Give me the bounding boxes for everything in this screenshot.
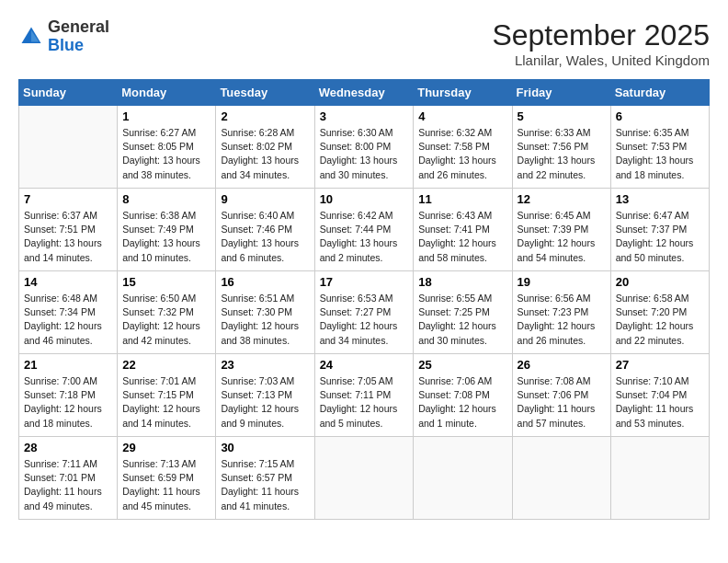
- day-cell: 10Sunrise: 6:42 AMSunset: 7:44 PMDayligh…: [314, 189, 414, 271]
- day-info: Sunrise: 6:51 AMSunset: 7:30 PMDaylight:…: [221, 292, 309, 348]
- day-cell: 29Sunrise: 7:13 AMSunset: 6:59 PMDayligh…: [118, 437, 216, 520]
- day-info: Sunrise: 7:03 AMSunset: 7:13 PMDaylight:…: [221, 374, 309, 431]
- day-info: Sunrise: 7:01 AMSunset: 7:15 PMDaylight:…: [122, 374, 210, 431]
- day-number: 8: [122, 192, 210, 206]
- month-title: September 2025: [492, 18, 710, 52]
- day-cell: 22Sunrise: 7:01 AMSunset: 7:15 PMDayligh…: [118, 354, 216, 437]
- day-info: Sunrise: 6:30 AMSunset: 8:00 PMDaylight:…: [320, 126, 409, 182]
- logo-blue: Blue: [48, 37, 109, 55]
- day-number: 27: [616, 358, 704, 372]
- day-number: 15: [122, 275, 210, 289]
- day-cell: 13Sunrise: 6:47 AMSunset: 7:37 PMDayligh…: [610, 189, 709, 271]
- day-info: Sunrise: 7:11 AMSunset: 7:01 PMDaylight:…: [24, 457, 112, 513]
- title-block: September 2025 Llanilar, Wales, United K…: [492, 18, 710, 68]
- week-row-0: 1Sunrise: 6:27 AMSunset: 8:05 PMDaylight…: [19, 106, 710, 189]
- calendar-body: 1Sunrise: 6:27 AMSunset: 8:05 PMDaylight…: [19, 106, 710, 520]
- day-info: Sunrise: 6:35 AMSunset: 7:53 PMDaylight:…: [616, 126, 704, 182]
- day-info: Sunrise: 6:50 AMSunset: 7:32 PMDaylight:…: [122, 292, 210, 348]
- day-info: Sunrise: 7:10 AMSunset: 7:04 PMDaylight:…: [616, 374, 704, 431]
- day-info: Sunrise: 6:53 AMSunset: 7:27 PMDaylight:…: [320, 292, 409, 348]
- header-cell-wednesday: Wednesday: [314, 80, 414, 106]
- day-number: 24: [320, 358, 409, 372]
- day-cell: 16Sunrise: 6:51 AMSunset: 7:30 PMDayligh…: [216, 271, 314, 354]
- day-info: Sunrise: 6:38 AMSunset: 7:49 PMDaylight:…: [122, 209, 210, 265]
- day-cell: 4Sunrise: 6:32 AMSunset: 7:58 PMDaylight…: [414, 106, 512, 189]
- day-info: Sunrise: 7:13 AMSunset: 6:59 PMDaylight:…: [122, 457, 210, 513]
- day-number: 6: [616, 109, 704, 123]
- day-cell: [414, 437, 512, 520]
- week-row-3: 21Sunrise: 7:00 AMSunset: 7:18 PMDayligh…: [19, 354, 710, 437]
- day-number: 18: [418, 275, 506, 289]
- day-number: 9: [221, 192, 309, 206]
- day-number: 1: [122, 109, 210, 123]
- week-row-2: 14Sunrise: 6:48 AMSunset: 7:34 PMDayligh…: [19, 271, 710, 354]
- day-number: 25: [418, 358, 506, 372]
- day-number: 28: [24, 441, 112, 454]
- day-number: 7: [24, 192, 112, 206]
- day-info: Sunrise: 6:56 AMSunset: 7:23 PMDaylight:…: [518, 292, 606, 348]
- day-cell: 17Sunrise: 6:53 AMSunset: 7:27 PMDayligh…: [314, 271, 414, 354]
- week-row-1: 7Sunrise: 6:37 AMSunset: 7:51 PMDaylight…: [19, 189, 710, 271]
- day-info: Sunrise: 7:15 AMSunset: 6:57 PMDaylight:…: [221, 457, 309, 513]
- header-cell-sunday: Sunday: [19, 80, 118, 106]
- day-cell: [19, 106, 118, 189]
- header-cell-saturday: Saturday: [610, 80, 709, 106]
- calendar-table: SundayMondayTuesdayWednesdayThursdayFrid…: [18, 79, 710, 520]
- day-cell: [512, 437, 610, 520]
- day-cell: 9Sunrise: 6:40 AMSunset: 7:46 PMDaylight…: [216, 189, 314, 271]
- logo-icon: [18, 24, 44, 50]
- day-number: 3: [320, 109, 409, 123]
- day-number: 30: [221, 441, 309, 454]
- day-info: Sunrise: 6:58 AMSunset: 7:20 PMDaylight:…: [616, 292, 704, 348]
- day-cell: 20Sunrise: 6:58 AMSunset: 7:20 PMDayligh…: [610, 271, 709, 354]
- day-number: 2: [221, 109, 309, 123]
- location-title: Llanilar, Wales, United Kingdom: [492, 52, 710, 68]
- day-cell: 11Sunrise: 6:43 AMSunset: 7:41 PMDayligh…: [414, 189, 512, 271]
- header-cell-thursday: Thursday: [414, 80, 512, 106]
- day-cell: 21Sunrise: 7:00 AMSunset: 7:18 PMDayligh…: [19, 354, 118, 437]
- day-number: 26: [518, 358, 606, 372]
- day-number: 20: [616, 275, 704, 289]
- header-cell-monday: Monday: [118, 80, 216, 106]
- day-info: Sunrise: 7:08 AMSunset: 7:06 PMDaylight:…: [518, 374, 606, 431]
- day-number: 5: [518, 109, 606, 123]
- day-info: Sunrise: 6:33 AMSunset: 7:56 PMDaylight:…: [518, 126, 606, 182]
- day-cell: 7Sunrise: 6:37 AMSunset: 7:51 PMDaylight…: [19, 189, 118, 271]
- day-cell: 28Sunrise: 7:11 AMSunset: 7:01 PMDayligh…: [19, 437, 118, 520]
- day-cell: 18Sunrise: 6:55 AMSunset: 7:25 PMDayligh…: [414, 271, 512, 354]
- day-info: Sunrise: 6:40 AMSunset: 7:46 PMDaylight:…: [221, 209, 309, 265]
- day-cell: 8Sunrise: 6:38 AMSunset: 7:49 PMDaylight…: [118, 189, 216, 271]
- day-number: 29: [122, 441, 210, 454]
- day-info: Sunrise: 6:28 AMSunset: 8:02 PMDaylight:…: [221, 126, 309, 182]
- day-info: Sunrise: 6:55 AMSunset: 7:25 PMDaylight:…: [418, 292, 506, 348]
- day-info: Sunrise: 7:05 AMSunset: 7:11 PMDaylight:…: [320, 374, 409, 431]
- day-cell: 14Sunrise: 6:48 AMSunset: 7:34 PMDayligh…: [19, 271, 118, 354]
- day-number: 10: [320, 192, 409, 206]
- day-number: 4: [418, 109, 506, 123]
- day-info: Sunrise: 6:42 AMSunset: 7:44 PMDaylight:…: [320, 209, 409, 265]
- day-cell: 26Sunrise: 7:08 AMSunset: 7:06 PMDayligh…: [512, 354, 610, 437]
- header-row: SundayMondayTuesdayWednesdayThursdayFrid…: [19, 80, 710, 106]
- day-cell: 15Sunrise: 6:50 AMSunset: 7:32 PMDayligh…: [118, 271, 216, 354]
- day-info: Sunrise: 6:43 AMSunset: 7:41 PMDaylight:…: [418, 209, 506, 265]
- day-cell: 2Sunrise: 6:28 AMSunset: 8:02 PMDaylight…: [216, 106, 314, 189]
- calendar-header: SundayMondayTuesdayWednesdayThursdayFrid…: [19, 80, 710, 106]
- header-cell-friday: Friday: [512, 80, 610, 106]
- day-info: Sunrise: 7:00 AMSunset: 7:18 PMDaylight:…: [24, 374, 112, 431]
- day-info: Sunrise: 6:48 AMSunset: 7:34 PMDaylight:…: [24, 292, 112, 348]
- day-cell: 3Sunrise: 6:30 AMSunset: 8:00 PMDaylight…: [314, 106, 414, 189]
- day-cell: [314, 437, 414, 520]
- logo-text: General Blue: [48, 18, 109, 55]
- week-row-4: 28Sunrise: 7:11 AMSunset: 7:01 PMDayligh…: [19, 437, 710, 520]
- day-cell: 24Sunrise: 7:05 AMSunset: 7:11 PMDayligh…: [314, 354, 414, 437]
- day-info: Sunrise: 6:27 AMSunset: 8:05 PMDaylight:…: [122, 126, 210, 182]
- logo-general: General: [48, 18, 109, 37]
- day-number: 19: [518, 275, 606, 289]
- day-info: Sunrise: 6:47 AMSunset: 7:37 PMDaylight:…: [616, 209, 704, 265]
- logo: General Blue: [18, 18, 109, 55]
- day-info: Sunrise: 6:45 AMSunset: 7:39 PMDaylight:…: [518, 209, 606, 265]
- day-info: Sunrise: 6:32 AMSunset: 7:58 PMDaylight:…: [418, 126, 506, 182]
- day-cell: 25Sunrise: 7:06 AMSunset: 7:08 PMDayligh…: [414, 354, 512, 437]
- day-cell: 12Sunrise: 6:45 AMSunset: 7:39 PMDayligh…: [512, 189, 610, 271]
- day-cell: 6Sunrise: 6:35 AMSunset: 7:53 PMDaylight…: [610, 106, 709, 189]
